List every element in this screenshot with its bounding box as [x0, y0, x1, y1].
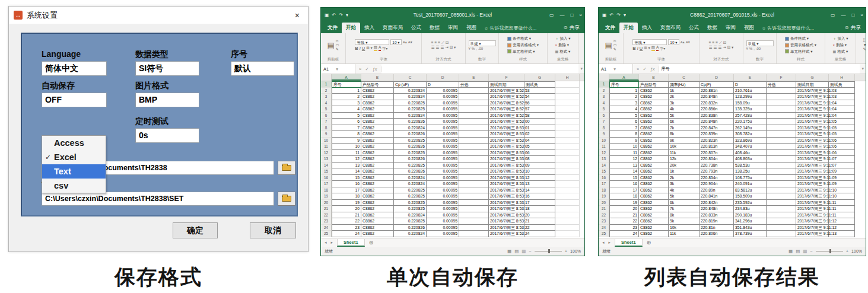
cell[interactable]: C8862 [361, 100, 394, 107]
tell-me-box[interactable]: ☼ 告诉我您想要做什么... [481, 23, 540, 33]
cell[interactable] [459, 212, 489, 219]
cell[interactable]: 21 [332, 212, 361, 219]
cell[interactable]: 220.813n [700, 144, 734, 150]
cell[interactable]: 378.739u [734, 231, 767, 237]
cell[interactable]: 240.091u [734, 181, 767, 187]
cell[interactable] [459, 138, 489, 144]
customize-qat-icon[interactable]: ▾ [624, 12, 626, 18]
cell[interactable]: 10 [332, 144, 361, 150]
cell[interactable] [555, 193, 580, 200]
cell[interactable] [767, 163, 796, 169]
row-header-18[interactable]: 18 [599, 187, 609, 194]
cell[interactable]: C8862 [639, 187, 669, 194]
cell[interactable]: 220.175u [734, 119, 767, 125]
column-header-D[interactable]: D [700, 74, 734, 81]
cell[interactable]: 220.833n [700, 212, 734, 219]
cell[interactable]: C8862 [639, 138, 669, 144]
redo-icon[interactable]: ↷ [339, 12, 343, 18]
cell[interactable] [555, 225, 580, 231]
bold-button[interactable]: B [632, 46, 635, 51]
cell[interactable]: 2017/6/7/周三 8:53:22 [489, 225, 524, 231]
selected-cell-a1[interactable]: 序号 [609, 81, 639, 88]
cell[interactable]: 0.00095 [427, 106, 459, 113]
shrink-font-icon[interactable]: A▾ [408, 40, 412, 44]
cell[interactable]: 220.856n [700, 106, 734, 113]
cell[interactable]: 2017/6/7/周三 9:11:07 [796, 163, 829, 169]
row-header-16[interactable]: 16 [321, 175, 332, 181]
cell[interactable]: C8862 [639, 225, 669, 231]
align-center-icon[interactable]: ☰ [436, 46, 440, 50]
dropdown-item-csv[interactable]: csv [42, 179, 106, 193]
zoom-out-icon[interactable]: − [529, 249, 531, 254]
autosave-field[interactable]: OFF [42, 93, 107, 107]
cell[interactable] [767, 106, 796, 113]
row-header-15[interactable]: 15 [321, 168, 332, 175]
cell[interactable] [459, 187, 489, 194]
page-layout-view-icon[interactable]: ▤ [514, 249, 519, 254]
cell[interactable]: 234.83u [734, 206, 767, 212]
cell[interactable]: 220.738n [700, 163, 734, 169]
cell[interactable]: 2017/6/7/周三 8:52:53 [489, 88, 524, 94]
cell[interactable]: 6 [609, 119, 639, 125]
cell[interactable]: 2017/6/7/周三 9:11:07 [796, 156, 829, 163]
cell[interactable]: 348.407u [734, 144, 767, 150]
cell[interactable]: 0.220826 [394, 225, 427, 231]
cell[interactable]: C8862 [361, 125, 394, 132]
wrap-text-icon[interactable]: ⊡ [446, 41, 449, 45]
cell[interactable]: 220.848n [700, 94, 734, 100]
cell[interactable]: C8862 [361, 144, 394, 150]
cell[interactable]: 23 [332, 225, 361, 231]
cell[interactable]: 1k [669, 168, 700, 175]
cell[interactable]: 8 [332, 131, 361, 138]
decimal-icons[interactable]: .00 [756, 47, 761, 50]
cell[interactable]: C8862 [639, 150, 669, 157]
align-top-icon[interactable]: ≡ [431, 41, 434, 45]
maximize-icon[interactable]: □ [851, 12, 854, 18]
cell[interactable] [459, 131, 489, 138]
cell[interactable]: 0.00095 [427, 88, 459, 94]
align-center-icon[interactable]: ☰ [714, 46, 717, 50]
datatype-field[interactable]: SI符号 [135, 61, 199, 76]
cell[interactable]: 1 [332, 88, 361, 94]
percent-icon[interactable]: % [472, 47, 475, 50]
cell[interactable] [767, 206, 796, 212]
cell[interactable]: 158.509u [734, 193, 767, 200]
zoom-in-icon[interactable]: + [846, 249, 848, 254]
language-field[interactable]: 简体中文 [42, 61, 107, 76]
cell[interactable]: 0.00095 [427, 125, 459, 132]
row-header-25[interactable]: 25 [321, 231, 332, 237]
cell[interactable]: 0.220825 [394, 138, 427, 144]
row-header-16[interactable]: 16 [599, 175, 609, 181]
cell[interactable]: 7k [669, 206, 700, 212]
cell[interactable]: 2017/6/7/周三 8:53:09 [489, 163, 524, 169]
cell[interactable] [555, 206, 580, 212]
row-header-6[interactable]: 6 [321, 113, 332, 119]
cell[interactable]: 2017/6/7/周三 9:11:04 [796, 106, 829, 113]
zoom-slider-thumb[interactable] [829, 249, 831, 253]
cell[interactable]: C8862 [639, 163, 669, 169]
row-header-5[interactable]: 5 [321, 106, 332, 113]
formula-expand-icon[interactable]: ▾ [860, 66, 866, 71]
cell[interactable] [767, 113, 796, 119]
cell[interactable]: C8862 [639, 125, 669, 132]
cell[interactable]: C8862 [639, 119, 669, 125]
column-header-H[interactable]: H [829, 74, 855, 81]
column-header-F[interactable]: F [767, 74, 796, 81]
cell[interactable]: C8862 [361, 200, 394, 206]
cell[interactable]: Cp(F) [700, 81, 734, 88]
cell[interactable]: 2017/6/7/周三 8:52:56 [489, 100, 524, 107]
font-size-box[interactable]: 10 ▾ [390, 39, 401, 45]
cell[interactable]: 257.428u [734, 113, 767, 119]
cell[interactable]: 0.220825 [394, 106, 427, 113]
align-left-icon[interactable]: ☰ [709, 46, 713, 50]
cell[interactable]: C8862 [361, 163, 394, 169]
percent-icon[interactable]: % [749, 47, 752, 50]
row-header-6[interactable]: 6 [599, 113, 609, 119]
row-header-14[interactable]: 14 [321, 163, 332, 169]
row-header-9[interactable]: 9 [599, 131, 609, 138]
cell[interactable]: C8862 [639, 181, 669, 187]
phonetic-icon[interactable]: 字▾ [660, 47, 665, 50]
cell[interactable]: C8862 [361, 119, 394, 125]
cell[interactable] [555, 212, 580, 219]
cell[interactable]: 3k [669, 181, 700, 187]
